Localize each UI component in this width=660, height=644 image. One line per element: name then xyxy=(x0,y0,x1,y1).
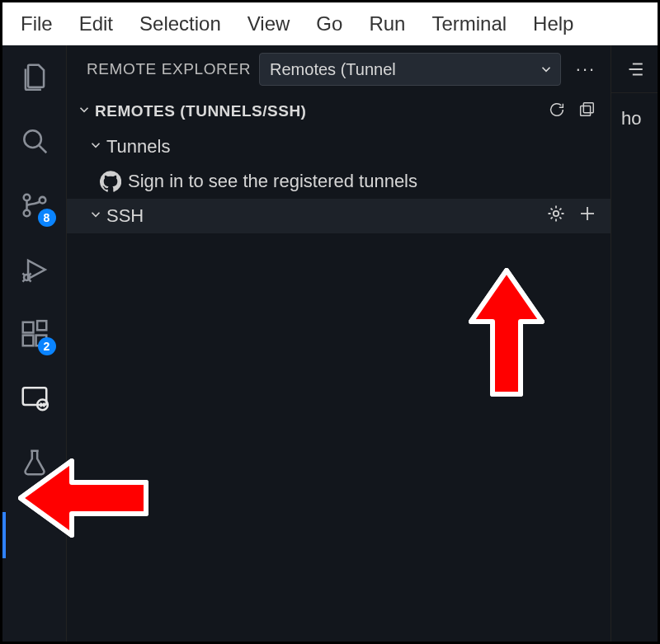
menu-selection[interactable]: Selection xyxy=(128,7,233,40)
activity-source-control[interactable]: 8 xyxy=(15,186,54,225)
menu-edit[interactable]: Edit xyxy=(68,7,125,40)
activity-run-debug[interactable] xyxy=(15,250,54,289)
activity-bar: 8 2 xyxy=(2,45,67,642)
scm-badge: 8 xyxy=(38,209,56,227)
tree-item-signin[interactable]: Sign in to see the registered tunnels xyxy=(67,164,610,199)
breadcrumb[interactable]: ho xyxy=(611,93,658,129)
svg-point-4 xyxy=(39,197,45,204)
activity-testing[interactable] xyxy=(15,443,54,482)
svg-point-3 xyxy=(23,210,30,217)
svg-rect-7 xyxy=(22,336,33,346)
sidebar-title: REMOTE EXPLORER xyxy=(87,60,251,78)
section-remotes[interactable]: REMOTES (TUNNELS/SSH) xyxy=(67,93,610,129)
chevron-down-icon xyxy=(85,138,106,157)
menu-file[interactable]: File xyxy=(9,7,64,40)
svg-line-1 xyxy=(39,146,46,153)
menu-bar: File Edit Selection View Go Run Terminal… xyxy=(2,2,658,45)
run-debug-icon xyxy=(19,254,50,285)
search-icon xyxy=(19,125,50,157)
sidebar-more-button[interactable]: ··· xyxy=(569,59,602,80)
github-icon xyxy=(100,171,121,192)
extensions-badge: 2 xyxy=(38,337,56,355)
chevron-down-icon xyxy=(539,62,554,77)
tree-item-ssh[interactable]: SSH xyxy=(67,199,610,233)
refresh-icon xyxy=(548,101,566,119)
chevron-down-icon xyxy=(85,207,106,226)
remote-explorer-icon xyxy=(19,383,50,414)
svg-rect-12 xyxy=(581,106,591,115)
editor-tab-actions[interactable] xyxy=(611,45,658,93)
plus-icon xyxy=(578,204,597,223)
new-window-button[interactable] xyxy=(578,101,596,123)
refresh-button[interactable] xyxy=(548,101,566,123)
tree-label: Tunnels xyxy=(106,136,597,157)
activity-search[interactable] xyxy=(15,121,54,161)
svg-rect-13 xyxy=(583,102,593,112)
tree-label: Sign in to see the registered tunnels xyxy=(128,171,597,192)
gear-icon xyxy=(546,204,566,223)
remote-explorer-panel: REMOTE EXPLORER Remotes (Tunnel ··· REMO… xyxy=(67,45,611,642)
chevron-down-icon xyxy=(73,102,95,121)
menu-go[interactable]: Go xyxy=(304,7,354,40)
active-indicator xyxy=(2,512,6,558)
activity-remote-explorer[interactable] xyxy=(15,378,54,418)
activity-explorer[interactable] xyxy=(15,57,54,96)
editor-area: ho xyxy=(611,45,658,642)
new-window-icon xyxy=(578,101,596,119)
beaker-icon xyxy=(19,447,50,478)
svg-point-2 xyxy=(23,195,30,201)
sidebar-header: REMOTE EXPLORER Remotes (Tunnel ··· xyxy=(67,45,610,93)
menu-run[interactable]: Run xyxy=(357,7,417,40)
svg-rect-9 xyxy=(37,321,46,330)
menu-help[interactable]: Help xyxy=(521,7,585,40)
section-label: REMOTES (TUNNELS/SSH) xyxy=(95,102,548,120)
svg-point-14 xyxy=(554,211,559,216)
svg-rect-10 xyxy=(22,388,46,405)
svg-point-5 xyxy=(24,275,30,280)
ssh-config-button[interactable] xyxy=(546,204,566,228)
ssh-new-remote-button[interactable] xyxy=(578,204,597,228)
svg-point-0 xyxy=(24,130,41,148)
tree-label: SSH xyxy=(106,205,546,227)
files-icon xyxy=(19,61,50,92)
remote-type-dropdown[interactable]: Remotes (Tunnel xyxy=(259,53,561,86)
activity-extensions[interactable]: 2 xyxy=(15,314,54,354)
tree-item-tunnels[interactable]: Tunnels xyxy=(67,129,610,164)
menu-terminal[interactable]: Terminal xyxy=(420,7,518,40)
list-icon xyxy=(624,59,645,80)
svg-rect-6 xyxy=(22,322,33,333)
dropdown-value: Remotes (Tunnel xyxy=(270,60,396,79)
menu-view[interactable]: View xyxy=(236,7,302,40)
